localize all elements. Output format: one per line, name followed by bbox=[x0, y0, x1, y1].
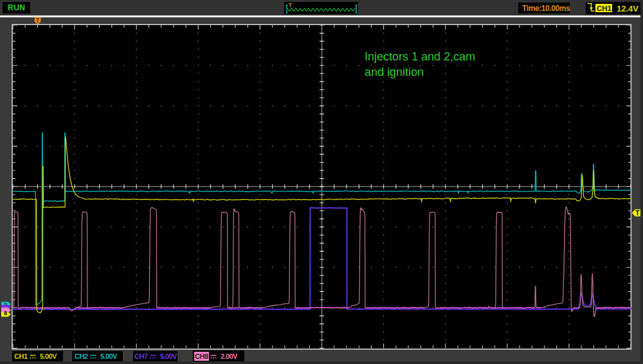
svg-text:T: T bbox=[635, 209, 640, 217]
svg-text:8: 8 bbox=[4, 309, 7, 316]
